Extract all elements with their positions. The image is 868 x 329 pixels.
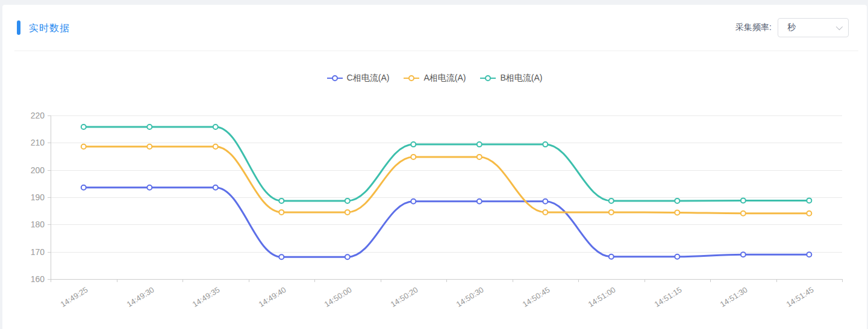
frequency-label: 采集频率: <box>735 22 772 33</box>
data-point-marker[interactable] <box>675 254 679 259</box>
legend-label: A相电流(A) <box>423 73 466 84</box>
data-point-marker[interactable] <box>411 155 416 159</box>
data-point-marker[interactable] <box>147 185 152 190</box>
legend-item[interactable]: A相电流(A) <box>404 73 466 84</box>
page-title: 实时数据 <box>29 22 70 35</box>
data-point-marker[interactable] <box>345 210 350 215</box>
data-point-marker[interactable] <box>741 211 746 216</box>
data-point-marker[interactable] <box>609 210 614 215</box>
card-header: 实时数据 采集频率: 秒 <box>2 5 867 51</box>
data-point-marker[interactable] <box>81 125 86 129</box>
legend-line-icon <box>480 75 496 82</box>
legend-line-icon <box>404 75 419 82</box>
series-line <box>84 188 810 257</box>
data-point-marker[interactable] <box>477 142 482 147</box>
y-axis-label: 200 <box>14 165 45 175</box>
data-point-marker[interactable] <box>741 198 746 203</box>
data-point-marker[interactable] <box>147 144 152 149</box>
data-point-marker[interactable] <box>213 125 218 129</box>
title-accent-bar <box>17 20 20 35</box>
data-point-marker[interactable] <box>741 252 746 257</box>
data-point-marker[interactable] <box>81 185 86 190</box>
y-axis-label: 170 <box>14 247 45 257</box>
legend-label: B相电流(A) <box>500 73 542 84</box>
data-point-marker[interactable] <box>213 144 218 149</box>
x-axis-label: 14:49:25 <box>0 285 85 294</box>
data-point-marker[interactable] <box>675 198 679 203</box>
x-axis-label: 14:49:30 <box>30 285 151 294</box>
data-point-marker[interactable] <box>279 210 284 215</box>
data-point-marker[interactable] <box>147 125 152 129</box>
y-axis-label: 160 <box>14 274 45 284</box>
x-axis-label: 14:49:35 <box>96 285 217 294</box>
series-line <box>84 147 810 214</box>
x-axis-label: 14:51:45 <box>690 285 810 294</box>
data-point-marker[interactable] <box>411 199 416 204</box>
y-axis-label: 180 <box>14 220 45 229</box>
legend-item[interactable]: B相电流(A) <box>480 73 542 84</box>
frequency-control: 采集频率: 秒 <box>735 18 849 37</box>
data-point-marker[interactable] <box>345 198 350 203</box>
data-point-marker[interactable] <box>279 254 284 259</box>
data-point-marker[interactable] <box>477 155 482 159</box>
data-point-marker[interactable] <box>345 254 350 259</box>
legend-label: C相电流(A) <box>347 73 390 84</box>
data-point-marker[interactable] <box>807 211 811 216</box>
data-point-marker[interactable] <box>543 142 548 147</box>
y-axis-label: 190 <box>14 192 45 202</box>
x-axis-label: 14:50:00 <box>228 285 349 294</box>
y-axis-label: 210 <box>14 138 45 147</box>
data-point-marker[interactable] <box>543 210 548 215</box>
data-point-marker[interactable] <box>807 252 811 257</box>
x-axis-label: 14:50:30 <box>360 285 481 294</box>
data-point-marker[interactable] <box>279 198 284 203</box>
data-point-marker[interactable] <box>609 198 614 203</box>
data-point-marker[interactable] <box>807 198 811 203</box>
series-line <box>84 127 810 201</box>
data-point-marker[interactable] <box>609 254 614 259</box>
x-axis-label: 14:50:45 <box>426 285 546 294</box>
x-axis-label: 14:51:30 <box>624 285 745 294</box>
data-point-marker[interactable] <box>411 142 416 147</box>
legend-line-icon <box>327 75 343 82</box>
realtime-data-card: 实时数据 采集频率: 秒 C相电流(A)A相电流(A)B相电流(A) 16017… <box>2 5 867 329</box>
y-axis-label: 220 <box>14 111 45 120</box>
data-point-marker[interactable] <box>477 199 482 204</box>
frequency-select[interactable]: 秒 <box>778 18 849 37</box>
x-axis-label: 14:50:20 <box>294 285 414 294</box>
frequency-selected-value: 秒 <box>787 22 836 33</box>
chart-canvas <box>2 5 867 329</box>
data-point-marker[interactable] <box>543 199 548 204</box>
data-point-marker[interactable] <box>81 144 86 149</box>
line-chart: 16017018019020021022014:49:2514:49:3014:… <box>2 5 867 329</box>
chevron-down-icon <box>836 23 843 30</box>
chart-legend: C相电流(A)A相电流(A)B相电流(A) <box>2 72 867 84</box>
x-axis-label: 14:51:15 <box>558 285 678 294</box>
x-axis-label: 14:51:00 <box>492 285 613 294</box>
header-divider <box>14 51 858 51</box>
x-axis-label: 14:49:40 <box>162 285 283 294</box>
data-point-marker[interactable] <box>213 185 218 190</box>
data-point-marker[interactable] <box>675 210 679 215</box>
legend-item[interactable]: C相电流(A) <box>327 73 390 84</box>
